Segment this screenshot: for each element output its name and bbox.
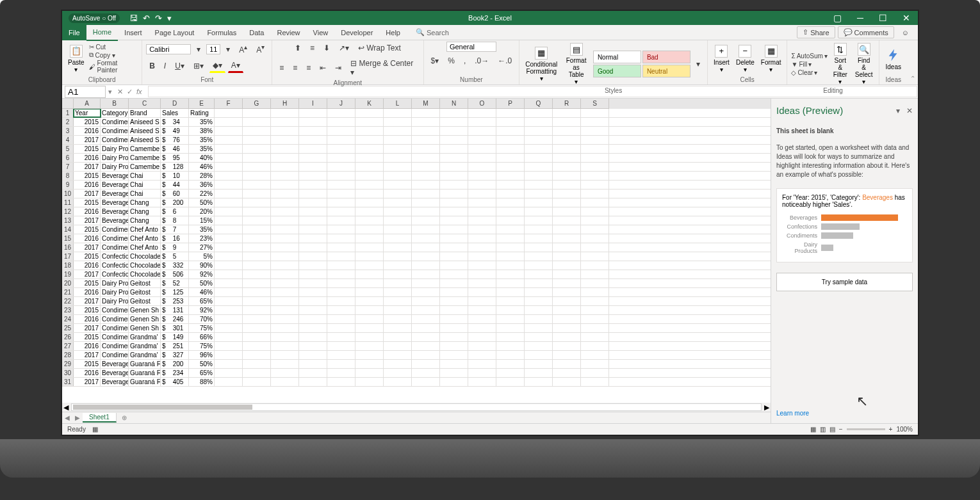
minimize-icon[interactable]: ─ — [849, 11, 871, 25]
cell[interactable] — [553, 351, 581, 359]
cell[interactable] — [215, 324, 243, 332]
merge-center-button[interactable]: ⊟ Merge & Center ▾ — [347, 57, 419, 79]
cell[interactable]: 96% — [189, 351, 215, 359]
cell[interactable] — [243, 270, 271, 278]
cell[interactable] — [412, 225, 440, 234]
cell[interactable] — [581, 270, 609, 278]
cell[interactable] — [496, 118, 525, 126]
cell[interactable] — [496, 207, 525, 216]
row-header[interactable]: 6 — [62, 154, 74, 162]
cell[interactable] — [355, 378, 384, 386]
column-header[interactable]: E — [189, 99, 215, 109]
tab-view[interactable]: View — [307, 25, 335, 40]
row-header[interactable]: 9 — [62, 181, 74, 189]
cell[interactable]: 35% — [189, 136, 215, 144]
cell[interactable] — [327, 127, 355, 135]
cell[interactable] — [440, 163, 468, 171]
cell[interactable] — [468, 342, 496, 350]
cell[interactable] — [215, 252, 243, 261]
cell[interactable] — [496, 109, 525, 117]
cell[interactable] — [553, 207, 581, 216]
cell[interactable]: $ 131 — [161, 306, 189, 314]
cell[interactable] — [412, 369, 440, 377]
cell[interactable] — [468, 163, 496, 171]
ribbon-display-icon[interactable]: ▢ — [826, 11, 849, 25]
cell[interactable]: 2015 — [74, 225, 101, 234]
cell[interactable] — [215, 198, 243, 207]
cell[interactable] — [384, 252, 412, 261]
cell[interactable] — [496, 181, 525, 189]
cell[interactable] — [271, 163, 299, 171]
cell[interactable] — [468, 234, 496, 243]
cell[interactable]: $ 234 — [161, 369, 189, 377]
cell[interactable] — [355, 243, 384, 252]
cell[interactable] — [468, 109, 496, 117]
cell[interactable] — [355, 163, 384, 171]
cell[interactable]: Condimer — [101, 118, 129, 126]
cell[interactable]: Chef Anto — [129, 243, 161, 252]
cell[interactable] — [355, 172, 384, 180]
cell[interactable] — [525, 315, 553, 323]
cell[interactable]: 2016 — [74, 181, 101, 189]
cell[interactable]: 2015 — [74, 172, 101, 180]
cell[interactable]: 15% — [189, 216, 215, 225]
cell[interactable] — [468, 333, 496, 341]
format-cells-button[interactable]: ▦Format▾ — [759, 44, 783, 74]
cell[interactable] — [299, 351, 327, 359]
cell[interactable] — [327, 324, 355, 332]
column-header[interactable]: O — [468, 99, 496, 109]
font-name-select[interactable]: Calibri — [146, 44, 191, 54]
cell[interactable] — [384, 360, 412, 368]
cell[interactable] — [355, 270, 384, 278]
cell[interactable] — [412, 172, 440, 180]
cell[interactable] — [271, 243, 299, 252]
column-header[interactable]: D — [161, 99, 189, 109]
cell[interactable]: 38% — [189, 127, 215, 135]
cell[interactable] — [327, 163, 355, 171]
cell[interactable] — [271, 172, 299, 180]
cell[interactable]: 92% — [189, 306, 215, 314]
cell[interactable] — [215, 270, 243, 278]
cell[interactable] — [243, 297, 271, 305]
cell[interactable]: Year — [74, 109, 101, 117]
cell[interactable]: Beverage — [101, 369, 129, 377]
cell[interactable] — [243, 342, 271, 350]
cell[interactable] — [581, 252, 609, 261]
column-header[interactable]: F — [215, 99, 243, 109]
cell[interactable] — [553, 324, 581, 332]
zoom-level[interactable]: 100% — [896, 426, 913, 433]
cell[interactable] — [412, 261, 440, 270]
cell[interactable] — [525, 145, 553, 153]
style-neutral[interactable]: Neutral — [642, 65, 690, 77]
cell[interactable]: 5% — [189, 252, 215, 261]
cell[interactable] — [525, 181, 553, 189]
cell[interactable] — [468, 297, 496, 305]
cell[interactable] — [384, 351, 412, 359]
cell[interactable] — [553, 333, 581, 341]
cell[interactable] — [271, 369, 299, 377]
cell[interactable]: $ 506 — [161, 270, 189, 278]
cell[interactable] — [271, 360, 299, 368]
cell[interactable] — [384, 333, 412, 341]
cell[interactable] — [355, 207, 384, 216]
cell[interactable] — [299, 136, 327, 144]
row-header[interactable]: 23 — [62, 306, 74, 314]
row-header[interactable]: 19 — [62, 270, 74, 278]
row-header[interactable]: 16 — [62, 243, 74, 252]
cell[interactable] — [243, 261, 271, 270]
cell[interactable] — [525, 243, 553, 252]
cell[interactable] — [271, 288, 299, 296]
cell[interactable]: $ 44 — [161, 181, 189, 189]
cell[interactable] — [440, 190, 468, 198]
cell[interactable] — [553, 145, 581, 153]
cell[interactable]: Dairy Proc — [101, 279, 129, 287]
cell[interactable] — [271, 216, 299, 225]
cell[interactable] — [553, 378, 581, 386]
cell[interactable] — [299, 288, 327, 296]
cell[interactable]: Chai — [129, 181, 161, 189]
horizontal-scrollbar[interactable]: ◀ ▶ — [62, 403, 771, 412]
cell[interactable]: Dairy Proc — [101, 297, 129, 305]
cell[interactable]: Sales — [161, 109, 189, 117]
align-center-icon[interactable]: ≡ — [290, 61, 300, 74]
cell[interactable] — [525, 261, 553, 270]
